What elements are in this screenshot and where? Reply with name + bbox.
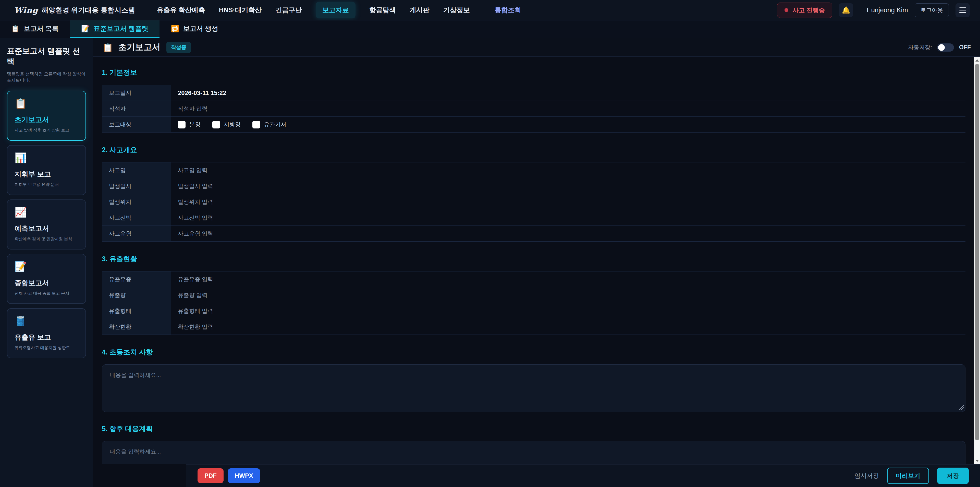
scrollbar-up-arrow[interactable] [974, 57, 980, 64]
checkbox-option-0[interactable]: 본청 [178, 121, 200, 128]
action-footer: PDF HWPX 임시저장 미리보기 저장 [186, 464, 980, 487]
nav-separator [482, 5, 482, 16]
template-card-desc: 사고 발생 직후 초기 상황 보고 [14, 128, 78, 133]
form-row-input[interactable]: 사고선박 입력 [171, 210, 966, 225]
notifications-button[interactable]: 🔔 [839, 3, 853, 18]
form-row-input[interactable]: 작성자 입력 [171, 101, 966, 117]
section-heading-3: 4. 초동조치 사항 [102, 348, 966, 357]
template-card-icon: 📊 [14, 152, 78, 163]
status-badge: 작성중 [166, 42, 191, 53]
form-row-label: 유출량 [102, 287, 171, 303]
form-row-value: 본청지방청유관기서 [171, 117, 966, 132]
nav-item-4[interactable]: 항공탐색 [369, 6, 396, 14]
form-row-input[interactable]: 사고명 입력 [171, 163, 966, 178]
checkbox-icon[interactable] [212, 121, 220, 128]
section-heading-1: 2. 사고개요 [102, 145, 966, 155]
toggle-knob [938, 44, 945, 51]
template-card-icon: 📈 [14, 207, 78, 218]
resize-handle-icon[interactable] [959, 405, 964, 410]
form-row-label: 사고유형 [102, 226, 171, 241]
autosave-toggle[interactable] [937, 43, 954, 51]
app-root: Wing 해양환경 위기대응 통합시스템 유출유 확산예측HNS·대기확산긴급구… [0, 0, 980, 487]
form-table-1: 사고명사고명 입력발생일시발생일시 입력발생위치발생위치 입력사고선박사고선박 … [102, 162, 966, 241]
scrollbar-thumb[interactable] [975, 64, 979, 440]
template-card-name: 예측보고서 [14, 224, 78, 233]
form-scroll-area: 1. 기본정보보고일시2026-03-11 15:22작성자작성자 입력보고대상… [93, 57, 974, 464]
nav-item-5[interactable]: 게시판 [410, 6, 430, 14]
form-row-label: 발생일시 [102, 178, 171, 194]
form-row: 확산현황확산현황 입력 [102, 319, 966, 335]
form-row-label: 사고선박 [102, 210, 171, 225]
checkbox-label: 본청 [189, 121, 200, 128]
nav-item-1[interactable]: HNS·대기확산 [219, 6, 262, 14]
form-row-label: 사고명 [102, 163, 171, 178]
nav-item-0[interactable]: 유출유 확산예측 [157, 6, 205, 14]
form-row: 유출유종유출유종 입력 [102, 271, 966, 287]
form-row-input[interactable]: 발생일시 입력 [171, 178, 966, 194]
form-row: 발생위치발생위치 입력 [102, 194, 966, 210]
preview-button[interactable]: 미리보기 [887, 468, 929, 484]
form-row-label: 발생위치 [102, 194, 171, 210]
form-row-input[interactable]: 유출량 입력 [171, 287, 966, 303]
nav-item-6[interactable]: 기상정보 [443, 6, 470, 14]
top-header: Wing 해양환경 위기대응 통합시스템 유출유 확산예측HNS·대기확산긴급구… [0, 0, 980, 21]
vertical-scrollbar[interactable] [974, 57, 980, 464]
nav-item-3[interactable]: 보고자료 [316, 2, 355, 18]
template-card-2[interactable]: 📈예측보고서확산예측 결과 및 민감자원 분석 [7, 200, 86, 249]
export-pdf-button[interactable]: PDF [197, 468, 224, 483]
section-heading-2: 3. 유출현황 [102, 254, 966, 263]
template-card-icon: 📝 [14, 261, 78, 272]
tab-1[interactable]: 📝표준보고서 템플릿 [70, 21, 160, 38]
bell-icon: 🔔 [842, 6, 850, 14]
nav-item-2[interactable]: 긴급구난 [275, 6, 302, 14]
report-page-header: 📋 초기보고서 작성중 자동저장: OFF [93, 38, 980, 57]
form-row-input[interactable]: 발생위치 입력 [171, 194, 966, 210]
export-hwpx-button[interactable]: HWPX [228, 468, 260, 483]
form-row-input[interactable]: 사고유형 입력 [171, 226, 966, 241]
form-row-label: 유출유종 [102, 271, 171, 287]
template-card-3[interactable]: 📝종합보고서전체 사고 대응 종합 보고 문서 [7, 254, 86, 304]
checkbox-icon[interactable] [178, 121, 186, 128]
tab-label: 보고서 목록 [24, 24, 59, 33]
template-card-4[interactable]: 🛢️유출유 보고유류오염사고 대응지원 상황도 [7, 308, 86, 358]
form-row-input[interactable]: 확산현황 입력 [171, 319, 966, 335]
tab-label: 보고서 생성 [183, 24, 218, 33]
incident-status-badge: 사고 진행중 [777, 3, 832, 18]
textarea-input[interactable]: 내용을 입력하세요... [102, 441, 966, 464]
template-card-desc: 확산예측 결과 및 민감자원 분석 [14, 236, 78, 242]
form-table-0: 보고일시2026-03-11 15:22작성자작성자 입력보고대상본청지방청유관… [102, 85, 966, 133]
checkbox-option-2[interactable]: 유관기서 [252, 121, 286, 128]
textarea-input[interactable]: 내용을 입력하세요... [102, 364, 966, 412]
nav-item-7[interactable]: 통합조회 [495, 6, 521, 14]
section-heading-0: 1. 기본정보 [102, 68, 966, 77]
autosave-controls: 자동저장: OFF [908, 43, 971, 51]
template-card-name: 지휘부 보고 [14, 169, 78, 179]
tab-0[interactable]: 📋보고서 목록 [0, 21, 70, 38]
form-row: 보고일시2026-03-11 15:22 [102, 85, 966, 101]
sidebar-subtitle: 템플릿을 선택하면 오른쪽에 작성 양식이 표시됩니다. [7, 71, 86, 83]
logout-button[interactable]: 로그아웃 [915, 3, 949, 17]
form-row-input[interactable]: 2026-03-11 15:22 [171, 85, 966, 101]
scrollbar-down-arrow[interactable] [974, 457, 980, 464]
form-row-input[interactable]: 유출형태 입력 [171, 303, 966, 319]
section-heading-4: 5. 향후 대응계획 [102, 424, 966, 433]
user-name: Eunjeong Kim [867, 6, 908, 14]
tab-icon-2: 🔁 [171, 25, 179, 33]
template-card-name: 초기보고서 [14, 115, 78, 125]
form-row-label: 보고일시 [102, 85, 171, 101]
form-row-input[interactable]: 유출유종 입력 [171, 271, 966, 287]
form-row-label: 확산현황 [102, 319, 171, 335]
textarea-block-4: 내용을 입력하세요... [102, 441, 966, 464]
app-title: 해양환경 위기대응 통합시스템 [41, 6, 135, 15]
sidebar-title: 표준보고서 템플릿 선택 [7, 46, 86, 67]
tab-2[interactable]: 🔁보고서 생성 [159, 21, 229, 38]
save-button[interactable]: 저장 [937, 468, 969, 484]
template-card-1[interactable]: 📊지휘부 보고지휘부 보고용 요약 문서 [7, 145, 86, 195]
template-card-0[interactable]: 📋초기보고서사고 발생 직후 초기 상황 보고 [7, 91, 86, 141]
checkbox-option-1[interactable]: 지방청 [212, 121, 241, 128]
checkbox-icon[interactable] [252, 121, 260, 128]
temp-save-button[interactable]: 임시저장 [854, 472, 879, 480]
tab-label: 표준보고서 템플릿 [94, 24, 148, 33]
menu-button[interactable] [956, 3, 970, 18]
form-row: 사고선박사고선박 입력 [102, 210, 966, 226]
